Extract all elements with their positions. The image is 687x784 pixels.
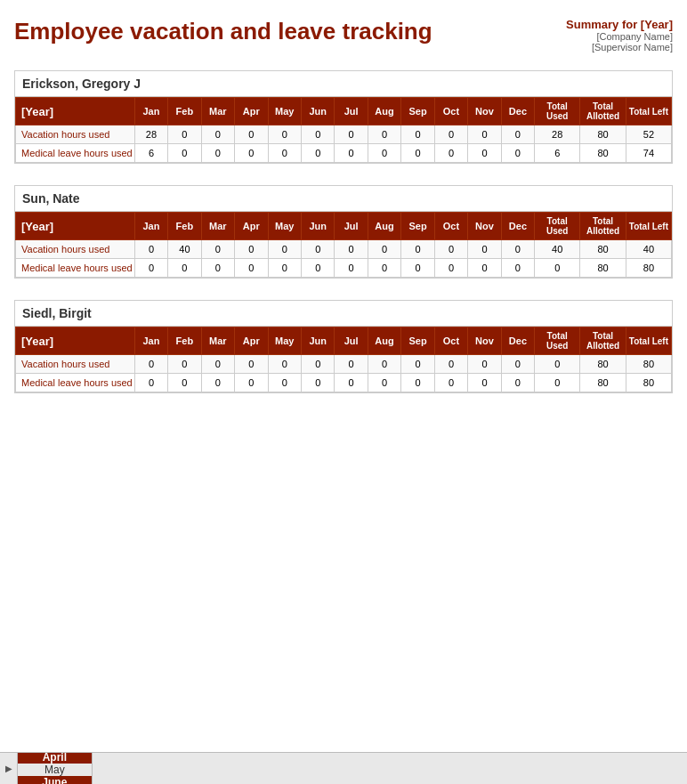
month-header-1-11: Dec: [501, 213, 534, 240]
month-header-1-0: Jan: [134, 213, 167, 240]
tab-scroll-left[interactable]: ▶: [0, 753, 18, 784]
row-label-0-0: Vacation hours used: [16, 125, 135, 144]
cell-0-1-7: 0: [368, 144, 401, 163]
total-allotted-2-0: 80: [580, 355, 626, 374]
cell-2-0-9: 0: [434, 355, 467, 374]
month-header-2-7: Aug: [368, 327, 401, 355]
total-header-1-1: Total Allotted: [580, 213, 626, 240]
month-header-2-8: Sep: [401, 327, 434, 355]
cell-0-0-10: 0: [468, 125, 502, 144]
header-section: Employee vacation and leave tracking Sum…: [14, 18, 673, 53]
cell-2-1-8: 0: [401, 374, 434, 392]
month-header-1-3: Apr: [235, 213, 268, 240]
row-label-0-1: Medical leave hours used: [16, 144, 135, 163]
tab-may[interactable]: May: [18, 764, 93, 776]
month-header-0-8: Sep: [401, 98, 434, 125]
total-allotted-0-1: 80: [580, 144, 626, 163]
cell-1-1-1: 0: [168, 259, 201, 278]
cell-1-0-10: 0: [468, 240, 502, 259]
month-header-1-1: Feb: [168, 213, 201, 240]
month-header-0-7: Aug: [368, 98, 401, 125]
cell-0-1-5: 0: [302, 144, 335, 163]
cell-2-0-0: 0: [134, 355, 167, 374]
month-header-2-0: Jan: [134, 327, 167, 355]
total-header-0-0: Total Used: [535, 98, 580, 125]
tab-june[interactable]: June: [18, 776, 93, 785]
cell-0-1-1: 0: [168, 144, 201, 163]
cell-1-1-11: 0: [501, 259, 534, 278]
cell-1-0-7: 0: [368, 240, 401, 259]
cell-2-1-3: 0: [235, 374, 268, 392]
month-header-2-3: Apr: [235, 327, 268, 355]
month-header-1-2: Mar: [201, 213, 234, 240]
cell-2-1-0: 0: [134, 374, 167, 392]
data-row-1-1: Medical leave hours used0000000000000808…: [16, 259, 672, 278]
total-used-1-0: 40: [535, 240, 580, 259]
row-label-1-0: Vacation hours used: [16, 240, 135, 259]
month-header-1-9: Oct: [434, 213, 467, 240]
employee-block-1: Sun, Nate[Year]JanFebMarAprMayJunJulAugS…: [14, 185, 673, 279]
cell-2-0-4: 0: [268, 355, 302, 374]
cell-0-1-8: 0: [401, 144, 434, 163]
cell-1-1-7: 0: [368, 259, 401, 278]
month-header-0-0: Jan: [134, 98, 167, 125]
cell-1-0-8: 0: [401, 240, 434, 259]
cell-1-0-6: 0: [335, 240, 368, 259]
employee-name-2: Siedl, Birgit: [15, 301, 672, 327]
cell-0-1-6: 0: [335, 144, 368, 163]
cell-1-1-2: 0: [201, 259, 234, 278]
data-row-0-0: Vacation hours used2800000000000288052: [16, 125, 672, 144]
summary-label: Summary for [Year]: [566, 18, 673, 31]
cell-1-1-6: 0: [335, 259, 368, 278]
total-used-2-1: 0: [535, 374, 580, 392]
cell-1-0-3: 0: [235, 240, 268, 259]
cell-0-0-0: 28: [134, 125, 167, 144]
cell-1-0-4: 0: [268, 240, 302, 259]
data-row-2-1: Medical leave hours used0000000000000808…: [16, 374, 672, 392]
month-header-2-11: Dec: [501, 327, 534, 355]
total-header-2-1: Total Allotted: [580, 327, 626, 355]
month-header-1-7: Aug: [368, 213, 401, 240]
total-header-2-2: Total Left: [626, 327, 671, 355]
tab-container: TotalJanuaryFebruaryMarchAprilMayJuneJul…: [18, 752, 93, 784]
cell-1-1-8: 0: [401, 259, 434, 278]
month-header-2-5: Jun: [302, 327, 335, 355]
employee-blocks: Erickson, Gregory J[Year]JanFebMarAprMay…: [14, 70, 673, 393]
cell-0-0-9: 0: [434, 125, 467, 144]
total-allotted-1-0: 80: [580, 240, 626, 259]
month-header-2-6: Jul: [335, 327, 368, 355]
tab-bar: ▶ TotalJanuaryFebruaryMarchAprilMayJuneJ…: [0, 752, 687, 784]
data-row-2-0: Vacation hours used00000000000008080: [16, 355, 672, 374]
employee-name-0: Erickson, Gregory J: [15, 71, 672, 97]
cell-0-0-8: 0: [401, 125, 434, 144]
cell-1-1-5: 0: [302, 259, 335, 278]
cell-2-1-4: 0: [268, 374, 302, 392]
cell-0-1-11: 0: [501, 144, 534, 163]
month-header-2-2: Mar: [201, 327, 234, 355]
month-header-1-6: Jul: [335, 213, 368, 240]
total-left-1-1: 80: [626, 259, 671, 278]
employee-table-1: [Year]JanFebMarAprMayJunJulAugSepOctNovD…: [15, 212, 672, 278]
total-header-1-2: Total Left: [626, 213, 671, 240]
month-header-0-9: Oct: [434, 98, 467, 125]
tab-april[interactable]: April: [18, 752, 93, 764]
data-row-1-0: Vacation hours used0400000000000408040: [16, 240, 672, 259]
company-name: [Company Name]: [566, 31, 673, 42]
cell-1-0-5: 0: [302, 240, 335, 259]
cell-2-0-11: 0: [501, 355, 534, 374]
month-header-0-2: Mar: [201, 98, 234, 125]
total-left-0-0: 52: [626, 125, 671, 144]
year-header-0: [Year]: [16, 98, 135, 125]
month-header-2-1: Feb: [168, 327, 201, 355]
cell-2-1-9: 0: [434, 374, 467, 392]
cell-1-1-4: 0: [268, 259, 302, 278]
cell-1-0-9: 0: [434, 240, 467, 259]
total-used-0-0: 28: [535, 125, 580, 144]
cell-2-1-10: 0: [468, 374, 502, 392]
cell-2-0-2: 0: [201, 355, 234, 374]
cell-1-1-0: 0: [134, 259, 167, 278]
total-left-1-0: 40: [626, 240, 671, 259]
employee-block-2: Siedl, Birgit[Year]JanFebMarAprMayJunJul…: [14, 300, 673, 393]
year-header-2: [Year]: [16, 327, 135, 355]
cell-1-1-3: 0: [235, 259, 268, 278]
